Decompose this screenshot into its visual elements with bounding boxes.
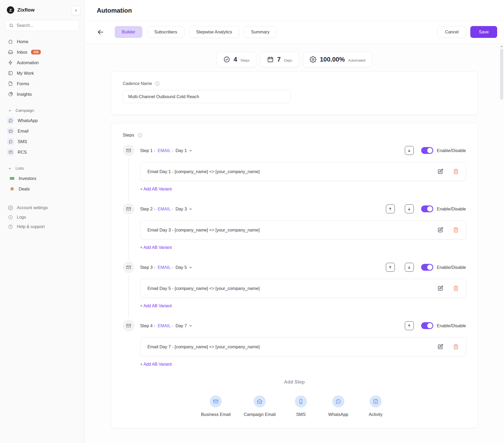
info-icon[interactable]	[155, 81, 160, 86]
arrow-up-icon	[388, 207, 392, 211]
sidebar-item-label: Account settings	[17, 205, 48, 210]
move-step-down-button[interactable]	[405, 146, 414, 155]
email-variant-row[interactable]: Email Day 3 - [company_name] <> [your_co…	[140, 220, 466, 239]
sidebar-item-my-work[interactable]: My Work	[0, 68, 84, 78]
step-day-select[interactable]: Day 5	[175, 265, 193, 270]
add-step-title: Add Step	[123, 379, 466, 385]
sidebar-item-investors[interactable]: Investors	[0, 173, 84, 184]
sidebar-item-account-settings[interactable]: Account settings	[0, 203, 84, 213]
panel-icon	[8, 71, 13, 76]
section-lists[interactable]: Lists	[0, 164, 84, 173]
delete-variant-button[interactable]	[453, 227, 459, 233]
enable-toggle[interactable]	[421, 205, 433, 212]
sidebar-item-sms[interactable]: SMS	[0, 136, 84, 147]
move-step-up-button[interactable]	[405, 321, 414, 330]
sidebar-collapse-button[interactable]	[71, 6, 81, 15]
move-step-up-button[interactable]	[386, 263, 395, 272]
delete-variant-button[interactable]	[453, 169, 459, 174]
add-step-option-label: WhatsApp	[328, 412, 348, 417]
scroll-up-arrow-icon[interactable]	[500, 45, 503, 47]
sidebar-item-deals[interactable]: $ Deals	[0, 184, 84, 194]
tab-subscribers[interactable]: Subscribers	[147, 26, 184, 38]
step-day-select[interactable]: Day 1	[175, 148, 193, 153]
step-day-select[interactable]: Day 3	[175, 207, 193, 212]
info-icon[interactable]	[137, 133, 143, 138]
tab-builder[interactable]: Builder	[115, 26, 142, 38]
sidebar-item-whatsapp-sub-truncated[interactable]: WhatsApp Sub	[0, 194, 84, 198]
chevron-down-icon	[8, 167, 12, 170]
add-step-whatsapp[interactable]: WhatsApp	[326, 395, 350, 417]
main-area: Automation Builder Subscribers Stepwise …	[85, 0, 504, 443]
scrollbar[interactable]	[500, 45, 503, 440]
add-step-sms[interactable]: SMS	[289, 395, 313, 417]
sidebar-item-logs[interactable]: Logs	[0, 213, 84, 222]
move-step-down-button[interactable]	[405, 263, 414, 272]
add-step-business-email[interactable]: Business Email	[201, 395, 231, 417]
cadence-card: Cadence Name	[111, 71, 478, 115]
sidebar-nav: Home Inbox 115 Automation My Work Forms	[0, 36, 84, 99]
sidebar-item-inbox[interactable]: Inbox 115	[0, 47, 84, 57]
edit-variant-button[interactable]	[437, 344, 443, 350]
email-variant-row[interactable]: Email Day 1 - [company_name] <> [your_co…	[140, 162, 466, 181]
tab-summary[interactable]: Summary	[244, 26, 277, 38]
stat-value: 4	[234, 56, 237, 63]
tab-stepwise-analytics[interactable]: Stepwise Analytics	[189, 26, 239, 38]
step-block-2: Step 2 - EMAIL - Day 3	[123, 203, 466, 250]
scrollbar-thumb[interactable]	[500, 49, 503, 100]
sidebar-item-automation[interactable]: Automation	[0, 57, 84, 68]
search-input[interactable]	[17, 23, 75, 28]
list-icon	[9, 197, 15, 198]
chevron-down-icon	[189, 149, 193, 153]
add-step-option-label: SMS	[296, 412, 306, 417]
sidebar-item-help[interactable]: Help & support	[0, 222, 84, 231]
move-step-down-button[interactable]	[405, 204, 414, 213]
add-step-campaign-email[interactable]: Campaign Email	[244, 395, 276, 417]
edit-icon	[437, 285, 443, 291]
edit-variant-button[interactable]	[437, 285, 443, 291]
delete-variant-button[interactable]	[453, 285, 459, 291]
delete-variant-button[interactable]	[453, 344, 459, 350]
search-box[interactable]	[5, 20, 79, 31]
sidebar-item-forms[interactable]: Forms	[0, 78, 84, 89]
enable-toggle[interactable]	[421, 147, 433, 154]
phone-icon	[295, 395, 307, 407]
cancel-button[interactable]: Cancel	[437, 26, 466, 38]
enable-toggle[interactable]	[421, 264, 433, 271]
trash-icon	[453, 285, 459, 291]
step-day-select[interactable]: Day 7	[175, 323, 193, 328]
money-bag-icon: $	[9, 186, 15, 192]
sidebar-item-insights[interactable]: Insights	[0, 89, 84, 99]
add-ab-variant-link[interactable]: + Add AB Variant	[140, 187, 172, 192]
gear-icon	[8, 205, 13, 210]
section-campaign[interactable]: Campaign	[0, 106, 84, 115]
add-step-section: Add Step Business Email Camp	[123, 379, 466, 417]
edit-variant-button[interactable]	[437, 227, 443, 233]
email-variant-row[interactable]: Email Day 7 - [company_name] <> [your_co…	[140, 337, 466, 356]
sidebar-item-home[interactable]: Home	[0, 36, 84, 47]
cadence-name-input[interactable]	[123, 90, 290, 103]
sidebar-item-label: Automation	[17, 60, 39, 65]
trash-icon	[453, 227, 459, 233]
step-day-value: Day 1	[175, 148, 187, 153]
add-ab-variant-link[interactable]: + Add AB Variant	[140, 362, 172, 367]
sidebar-item-whatsapp[interactable]: WhatsApp	[0, 115, 84, 126]
sidebar-item-rcs[interactable]: RCS	[0, 147, 84, 157]
save-button[interactable]: Save	[470, 26, 497, 38]
help-icon	[8, 224, 13, 229]
add-step-activity[interactable]: Activity	[364, 395, 388, 417]
edit-icon	[437, 168, 443, 175]
email-variant-row[interactable]: Email Day 5 - [company_name] <> [your_co…	[140, 279, 466, 298]
edit-variant-button[interactable]	[437, 168, 443, 175]
stat-steps: 4 Steps	[217, 52, 256, 67]
tab-bar: Builder Subscribers Stepwise Analytics S…	[115, 26, 277, 38]
sidebar-item-email[interactable]: Email	[0, 126, 84, 136]
back-button[interactable]	[97, 28, 105, 36]
step-channel: EMAIL -	[158, 265, 173, 270]
add-ab-variant-link[interactable]: + Add AB Variant	[140, 304, 172, 308]
move-step-up-button[interactable]	[386, 204, 395, 213]
calendar-check-icon	[370, 395, 382, 407]
add-ab-variant-link[interactable]: + Add AB Variant	[140, 245, 172, 250]
cadence-name-label: Cadence Name	[123, 81, 152, 86]
enable-toggle[interactable]	[421, 322, 433, 329]
arrow-down-icon	[407, 207, 411, 211]
